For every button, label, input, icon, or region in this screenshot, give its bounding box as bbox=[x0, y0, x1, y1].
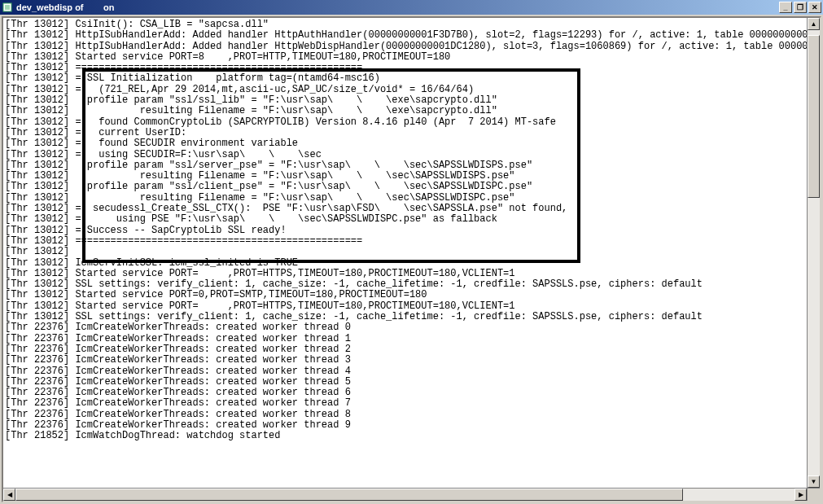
maximize-icon: ❐ bbox=[797, 3, 803, 11]
window-controls: _ ❐ ✕ bbox=[779, 2, 821, 13]
close-icon: ✕ bbox=[812, 3, 818, 11]
minimize-icon: _ bbox=[783, 3, 787, 11]
log-text[interactable]: [Thr 13012] CsiInit(): CSA_LIB = "sapcsa… bbox=[3, 18, 820, 501]
arrow-up-icon: ▲ bbox=[811, 20, 817, 28]
scroll-right-button[interactable]: ▶ bbox=[795, 489, 807, 501]
app-icon bbox=[2, 2, 13, 13]
log-viewer: [Thr 13012] CsiInit(): CSA_LIB = "sapcsa… bbox=[2, 16, 821, 502]
arrow-right-icon: ▶ bbox=[799, 491, 803, 498]
close-button[interactable]: ✕ bbox=[808, 2, 821, 13]
horizontal-scrollbar[interactable]: ◀ ▶ bbox=[3, 488, 807, 501]
vertical-scroll-thumb[interactable] bbox=[808, 35, 820, 198]
scroll-up-button[interactable]: ▲ bbox=[808, 18, 820, 30]
scroll-left-button[interactable]: ◀ bbox=[3, 489, 15, 501]
client-area: [Thr 13012] CsiInit(): CSA_LIB = "sapcsa… bbox=[0, 15, 823, 504]
scrollbar-corner bbox=[807, 488, 820, 501]
window-title: dev_webdisp of on bbox=[16, 2, 779, 12]
vertical-scroll-track[interactable] bbox=[808, 30, 820, 476]
horizontal-scroll-track[interactable] bbox=[15, 489, 795, 501]
arrow-down-icon: ▼ bbox=[811, 478, 817, 485]
maximize-button[interactable]: ❐ bbox=[794, 2, 807, 13]
vertical-scrollbar[interactable]: ▲ ▼ bbox=[807, 18, 820, 488]
window-titlebar: dev_webdisp of on _ ❐ ✕ bbox=[0, 0, 823, 15]
horizontal-scroll-thumb[interactable] bbox=[15, 489, 683, 501]
arrow-left-icon: ◀ bbox=[7, 491, 12, 498]
scroll-down-button[interactable]: ▼ bbox=[808, 476, 820, 488]
minimize-button[interactable]: _ bbox=[779, 2, 792, 13]
